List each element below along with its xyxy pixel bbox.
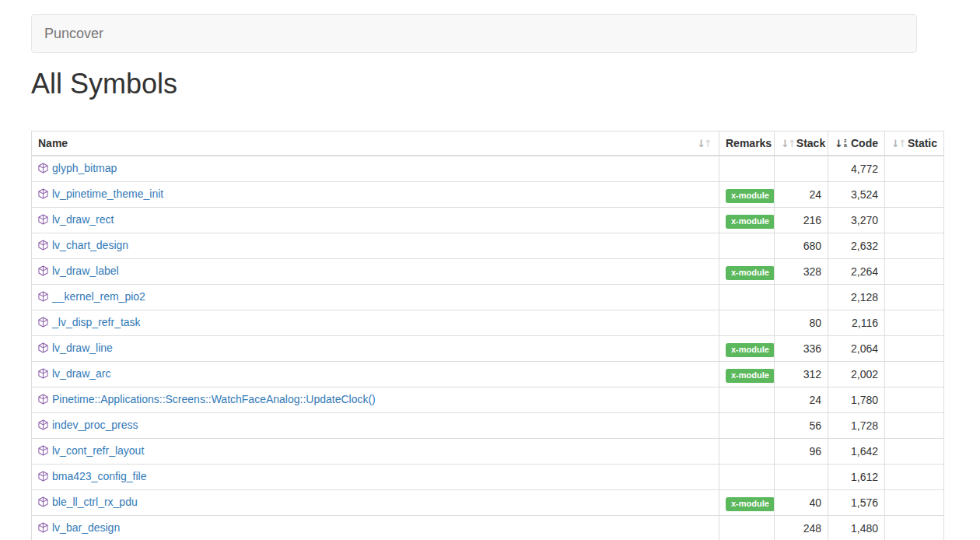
symbol-link[interactable]: indev_proc_press	[52, 419, 138, 431]
table-row: lv_draw_labelx-module3282,264	[32, 259, 944, 285]
remarks-cell: x-module	[719, 336, 775, 362]
symbol-link[interactable]: lv_draw_arc	[52, 367, 110, 380]
x-module-badge: x-module	[726, 497, 775, 511]
package-cube-icon	[38, 496, 48, 511]
remarks-cell	[719, 233, 775, 259]
remarks-cell: x-module	[719, 362, 775, 387]
symbol-link[interactable]: lv_cont_refr_layout	[52, 444, 144, 457]
symbol-link[interactable]: lv_draw_rect	[52, 213, 114, 226]
symbol-link[interactable]: lv_draw_line	[52, 342, 113, 354]
code-cell: 1,642	[828, 439, 885, 465]
remarks-cell: x-module	[719, 208, 775, 233]
navbar-brand-link[interactable]: Puncover	[32, 15, 116, 52]
package-cube-icon	[38, 444, 48, 460]
remarks-cell	[719, 465, 775, 490]
column-label-static: Static	[908, 135, 937, 151]
stack-cell: 312	[775, 362, 828, 387]
static-cell	[885, 310, 944, 336]
static-cell	[885, 362, 944, 387]
static-cell	[885, 490, 944, 516]
stack-cell	[775, 285, 828, 310]
code-cell: 4,772	[828, 156, 885, 182]
column-header-name[interactable]: Name ↓↑	[32, 131, 719, 156]
page-container: Puncover All Symbols Name ↓↑ Remarks	[31, 14, 944, 540]
name-cell: lv_draw_arc	[32, 362, 719, 387]
table-row: lv_draw_rectx-module2163,270	[32, 208, 944, 233]
sort-descending-icon: ↓za	[835, 139, 847, 149]
table-row: glyph_bitmap4,772	[32, 156, 944, 182]
page-title: All Symbols	[31, 68, 944, 100]
remarks-cell: x-module	[719, 490, 775, 516]
column-label-stack: Stack	[796, 135, 825, 151]
static-cell	[885, 259, 944, 285]
code-cell: 3,270	[828, 208, 885, 233]
package-cube-icon	[38, 239, 48, 254]
remarks-cell	[719, 285, 775, 310]
table-row: ble_ll_ctrl_rx_pdux-module401,576	[32, 490, 944, 516]
remarks-cell: x-module	[719, 259, 775, 285]
table-row: lv_draw_arcx-module3122,002	[32, 362, 944, 387]
stack-cell: 40	[775, 490, 828, 516]
symbol-link[interactable]: Pinetime::Applications::Screens::WatchFa…	[52, 393, 376, 405]
column-header-stack[interactable]: ↓↑ Stack	[775, 131, 828, 156]
static-cell	[885, 439, 944, 465]
stack-cell	[775, 465, 828, 490]
column-header-static[interactable]: ↓↑ Static	[885, 131, 944, 156]
code-cell: 2,128	[828, 285, 885, 310]
static-cell	[885, 233, 944, 259]
name-cell: Pinetime::Applications::Screens::WatchFa…	[32, 387, 719, 413]
sort-unsorted-icon: ↓↑	[781, 139, 796, 149]
name-cell: lv_cont_refr_layout	[32, 439, 719, 465]
static-cell	[885, 182, 944, 208]
package-cube-icon	[38, 367, 48, 383]
x-module-badge: x-module	[726, 215, 775, 229]
symbol-link[interactable]: ble_ll_ctrl_rx_pdu	[52, 496, 138, 508]
symbol-link[interactable]: lv_chart_design	[52, 239, 128, 251]
table-row: __kernel_rem_pio22,128	[32, 285, 944, 310]
stack-cell: 248	[775, 516, 828, 540]
package-cube-icon	[38, 265, 48, 280]
stack-cell	[775, 156, 828, 182]
top-navbar: Puncover	[31, 14, 917, 53]
stack-cell: 56	[775, 413, 828, 439]
name-cell: lv_chart_design	[32, 233, 719, 259]
remarks-cell	[719, 310, 775, 336]
column-header-code[interactable]: ↓za Code	[828, 131, 885, 156]
table-row: bma423_config_file1,612	[32, 465, 944, 490]
code-cell: 3,524	[828, 182, 885, 208]
column-label-name: Name	[38, 135, 68, 151]
symbol-link[interactable]: lv_bar_design	[52, 521, 120, 534]
column-label-code: Code	[851, 135, 878, 151]
symbol-link[interactable]: lv_pinetime_theme_init	[52, 188, 163, 200]
symbol-link[interactable]: lv_draw_label	[52, 265, 119, 277]
code-cell: 1,612	[828, 465, 885, 490]
remarks-cell	[719, 387, 775, 413]
table-row: lv_cont_refr_layout961,642	[32, 439, 944, 465]
table-row: _lv_disp_refr_task802,116	[32, 310, 944, 336]
remarks-cell	[719, 516, 775, 540]
stack-cell: 24	[775, 387, 828, 413]
static-cell	[885, 465, 944, 490]
sort-unsorted-icon: ↓↑	[891, 139, 907, 149]
symbol-link[interactable]: __kernel_rem_pio2	[52, 290, 145, 303]
package-cube-icon	[38, 342, 48, 357]
name-cell: glyph_bitmap	[32, 156, 719, 182]
static-cell	[885, 208, 944, 233]
symbol-link[interactable]: _lv_disp_refr_task	[52, 316, 141, 328]
name-cell: lv_draw_line	[32, 336, 719, 362]
package-cube-icon	[38, 213, 48, 229]
symbol-link[interactable]: bma423_config_file	[52, 470, 146, 482]
name-cell: lv_bar_design	[32, 516, 719, 540]
name-cell: lv_draw_rect	[32, 208, 719, 233]
static-cell	[885, 413, 944, 439]
name-cell: ble_ll_ctrl_rx_pdu	[32, 490, 719, 516]
package-cube-icon	[38, 188, 48, 203]
remarks-cell	[719, 413, 775, 439]
stack-cell: 328	[775, 259, 828, 285]
name-cell: lv_pinetime_theme_init	[32, 182, 719, 208]
symbol-link[interactable]: glyph_bitmap	[52, 162, 117, 174]
x-module-badge: x-module	[726, 369, 775, 383]
package-cube-icon	[38, 162, 48, 177]
static-cell	[885, 336, 944, 362]
package-cube-icon	[38, 316, 48, 331]
